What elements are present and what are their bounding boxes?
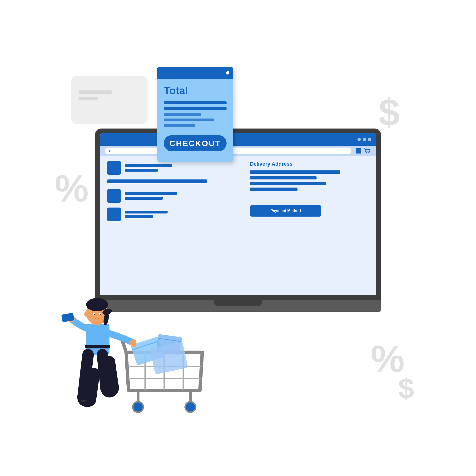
- delivery-address-title: Delivery Address: [250, 161, 369, 167]
- svg-point-6: [86, 298, 108, 311]
- cart-color-square: [356, 148, 361, 153]
- laptop-notch: [214, 300, 262, 306]
- receipt-total-label: Total: [164, 85, 227, 97]
- dollar-symbol-top-right: $: [379, 90, 400, 134]
- right-panel: Delivery Address Payment Method: [250, 161, 369, 217]
- product-line-3a: [125, 211, 168, 214]
- payment-method-button[interactable]: Payment Method: [250, 205, 321, 217]
- topbar-dot-3: [368, 138, 371, 141]
- delivery-line-2: [250, 176, 317, 179]
- svg-point-1: [368, 152, 370, 153]
- dollar-symbol-bottom-right: $: [398, 372, 414, 405]
- background-card: [71, 76, 148, 124]
- product-lines-2: [125, 192, 177, 200]
- product-thumbnail-1: [107, 161, 121, 175]
- product-lines-3: [125, 211, 168, 218]
- person-svg: [60, 271, 136, 414]
- scene: $ % % $ ★: [48, 48, 428, 428]
- screen-inner: Delivery Address Payment Method: [100, 156, 376, 295]
- product-line-3b: [125, 215, 153, 218]
- svg-rect-3: [85, 345, 110, 348]
- laptop-base: [95, 300, 381, 312]
- product-line-2b: [125, 197, 163, 200]
- laptop-screen: ★: [100, 133, 376, 295]
- receipt-line-4: [164, 119, 214, 121]
- svg-point-11: [100, 314, 101, 315]
- product-line-1a: [125, 164, 172, 167]
- receipt-line-1: [164, 102, 227, 104]
- product-item-3: [107, 207, 214, 221]
- blue-bar-1: [107, 179, 207, 183]
- receipt-line-2: [164, 107, 227, 110]
- svg-point-0: [366, 152, 368, 153]
- topbar-dots: [357, 138, 371, 141]
- receipt-lines: [164, 102, 227, 127]
- star-icon: ★: [108, 149, 111, 153]
- delivery-line-4: [250, 187, 298, 191]
- delivery-line-1: [250, 170, 340, 174]
- product-list: [107, 161, 214, 221]
- svg-point-28: [185, 402, 196, 412]
- product-line-2a: [125, 192, 177, 195]
- checkout-button[interactable]: CHECKOUT: [164, 135, 227, 151]
- topbar-dot-1: [357, 138, 361, 141]
- card-line-1: [79, 90, 112, 94]
- cart-area: [356, 147, 371, 155]
- laptop-body: ★: [95, 129, 381, 300]
- laptop: ★: [95, 129, 381, 309]
- receipt-body: Total: [157, 79, 233, 138]
- card-line-2: [79, 97, 98, 100]
- product-item-2: [107, 189, 214, 203]
- topbar-dot-2: [363, 138, 366, 141]
- cart-icon: [363, 147, 371, 155]
- delivery-lines: [250, 170, 369, 191]
- screen-topbar: [100, 133, 376, 146]
- svg-rect-17: [79, 398, 92, 402]
- url-bar-area: ★: [100, 146, 376, 156]
- person-character: [60, 271, 136, 414]
- svg-point-10: [94, 314, 95, 315]
- receipt-header: [157, 67, 233, 79]
- card-lines: [79, 90, 112, 103]
- product-thumbnail-2: [107, 189, 121, 203]
- product-line-1b: [125, 169, 158, 171]
- product-thumbnail-3: [107, 207, 121, 221]
- product-item-1: [107, 161, 214, 175]
- receipt-line-3: [164, 113, 201, 116]
- svg-rect-18: [81, 400, 86, 402]
- percent-symbol-top-left: %: [55, 167, 88, 210]
- receipt-card: Total CHECKOUT: [157, 67, 233, 162]
- product-lines-1: [125, 164, 172, 171]
- delivery-line-3: [250, 182, 326, 185]
- receipt-line-5: [164, 124, 195, 127]
- svg-point-12: [84, 311, 88, 317]
- receipt-header-dot: [226, 71, 229, 74]
